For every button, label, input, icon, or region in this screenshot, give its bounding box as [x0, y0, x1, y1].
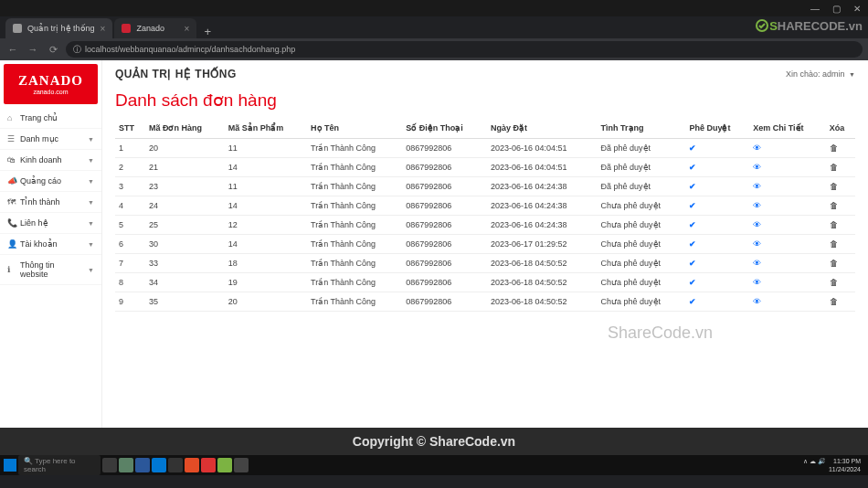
browser-tab-active[interactable]: Quản trị hệ thống ×	[5, 18, 112, 38]
minimize-button[interactable]: —	[810, 4, 820, 14]
reload-button[interactable]: ⟳	[46, 44, 60, 56]
sidebar-item-trang-chủ[interactable]: ⌂Trang chủ	[0, 108, 101, 129]
cell-phone: 0867992806	[402, 139, 487, 158]
sidebar-item-liên-hệ[interactable]: 📞Liên hệ▼	[0, 213, 101, 234]
check-icon: ✔	[689, 220, 696, 229]
start-button[interactable]	[4, 459, 16, 472]
approve-button[interactable]: ✔	[685, 216, 749, 235]
close-window-button[interactable]: ✕	[853, 4, 861, 14]
view-button[interactable]: 👁	[749, 139, 825, 158]
sidebar-item-quảng-cáo[interactable]: 📣Quảng cáo▼	[0, 171, 101, 192]
brand-logo[interactable]: ZANADO zanado.com	[4, 64, 98, 104]
sidebar-item-danh-mục[interactable]: ☰Danh mục▼	[0, 129, 101, 150]
table-row: 8 34 19 Trần Thành Công 0867992806 2023-…	[115, 273, 855, 292]
eye-icon: 👁	[753, 163, 761, 172]
check-icon: ✔	[689, 278, 696, 287]
taskbar-icon[interactable]	[152, 458, 166, 472]
cell-product-id: 14	[225, 158, 307, 177]
tab-title: Quản trị hệ thống	[27, 24, 95, 33]
delete-button[interactable]: 🗑	[826, 196, 855, 216]
view-button[interactable]: 👁	[749, 235, 825, 254]
view-button[interactable]: 👁	[749, 254, 825, 273]
cell-name: Trần Thành Công	[307, 139, 402, 158]
approve-button[interactable]: ✔	[685, 273, 749, 292]
delete-button[interactable]: 🗑	[826, 177, 855, 196]
view-button[interactable]: 👁	[749, 158, 825, 177]
view-button[interactable]: 👁	[749, 177, 825, 196]
cell-order-id: 35	[145, 292, 225, 312]
welcome-prefix: Xin chào:	[786, 69, 822, 79]
view-button[interactable]: 👁	[749, 273, 825, 292]
cell-status: Chưa phê duyệt	[598, 292, 686, 312]
delete-button[interactable]: 🗑	[826, 216, 855, 235]
table-row: 6 30 14 Trần Thành Công 0867992806 2023-…	[115, 235, 855, 254]
trash-icon: 🗑	[830, 163, 838, 172]
page-body: ZANADO zanado.com ⌂Trang chủ☰Danh mục▼🛍K…	[0, 60, 868, 428]
url-input[interactable]: ⓘ localhost/webbanquanao/admincp/danhsac…	[66, 41, 863, 58]
delete-button[interactable]: 🗑	[826, 235, 855, 254]
tab-close-icon[interactable]: ×	[101, 24, 106, 34]
sidebar-item-kinh-doanh[interactable]: 🛍Kinh doanh▼	[0, 150, 101, 171]
delete-button[interactable]: 🗑	[826, 292, 855, 312]
system-tray[interactable]: ∧ ☁ 🔊 11:30 PM 11/24/2024	[803, 457, 864, 473]
maximize-button[interactable]: ▢	[832, 4, 841, 14]
cell-order-id: 24	[145, 196, 225, 216]
cell-product-id: 19	[225, 273, 307, 292]
approve-button[interactable]: ✔	[685, 254, 749, 273]
new-tab-button[interactable]: +	[198, 25, 217, 38]
chevron-down-icon: ▼	[88, 136, 94, 143]
taskbar-icon[interactable]	[168, 458, 183, 472]
trash-icon: 🗑	[830, 259, 838, 268]
approve-button[interactable]: ✔	[685, 196, 749, 216]
taskbar-icon[interactable]	[135, 458, 150, 472]
eye-icon: 👁	[753, 201, 761, 210]
sidebar-item-label: Tài khoản	[20, 239, 58, 249]
sidebar-item-thông-tin-website[interactable]: ℹThông tin website▼	[0, 255, 101, 285]
view-button[interactable]: 👁	[749, 292, 825, 312]
home-icon: ⌂	[7, 113, 16, 122]
taskbar-icon[interactable]	[217, 458, 232, 472]
taskbar-search[interactable]: 🔍 Type here to search	[18, 455, 101, 475]
cell-stt: 5	[115, 216, 145, 235]
back-button[interactable]: ←	[5, 44, 20, 55]
sidebar-item-tỉnh-thành[interactable]: 🗺Tỉnh thành▼	[0, 192, 101, 213]
eye-icon: 👁	[753, 297, 761, 306]
column-header: Tình Trạng	[598, 118, 686, 139]
cell-phone: 0867992806	[402, 254, 487, 273]
chevron-down-icon: ▼	[88, 241, 94, 248]
approve-button[interactable]: ✔	[685, 158, 749, 177]
delete-button[interactable]: 🗑	[826, 158, 855, 177]
taskbar-icon[interactable]	[201, 458, 216, 472]
taskbar-icon[interactable]	[119, 458, 133, 472]
info-icon: ℹ	[7, 265, 16, 274]
cell-date: 2023-06-18 04:50:52	[487, 292, 598, 312]
approve-button[interactable]: ✔	[685, 292, 749, 312]
cell-date: 2023-06-16 04:24:38	[487, 216, 598, 235]
taskbar-icon[interactable]	[102, 458, 117, 472]
trash-icon: 🗑	[830, 143, 838, 153]
trash-icon: 🗑	[830, 220, 838, 229]
taskbar-icon[interactable]	[234, 458, 249, 472]
cell-order-id: 20	[145, 139, 225, 158]
tab-close-icon[interactable]: ×	[185, 24, 190, 34]
chevron-down-icon: ▼	[88, 220, 94, 227]
delete-button[interactable]: 🗑	[826, 273, 855, 292]
delete-button[interactable]: 🗑	[826, 254, 855, 273]
cell-order-id: 33	[145, 254, 225, 273]
user-icon: 👤	[7, 239, 16, 249]
cell-date: 2023-06-17 01:29:52	[487, 235, 598, 254]
view-button[interactable]: 👁	[749, 196, 825, 216]
taskbar-icon[interactable]	[185, 458, 199, 472]
cell-product-id: 18	[225, 254, 307, 273]
approve-button[interactable]: ✔	[685, 177, 749, 196]
sidebar-item-tài-khoản[interactable]: 👤Tài khoản▼	[0, 234, 101, 255]
delete-button[interactable]: 🗑	[826, 139, 855, 158]
view-button[interactable]: 👁	[749, 216, 825, 235]
cell-name: Trần Thành Công	[307, 216, 402, 235]
forward-button[interactable]: →	[26, 44, 40, 55]
approve-button[interactable]: ✔	[685, 235, 749, 254]
column-header: STT	[115, 118, 145, 139]
user-menu[interactable]: Xin chào: admin ▼	[786, 69, 855, 79]
browser-tab-inactive[interactable]: Zanado ×	[114, 18, 196, 38]
approve-button[interactable]: ✔	[685, 139, 749, 158]
